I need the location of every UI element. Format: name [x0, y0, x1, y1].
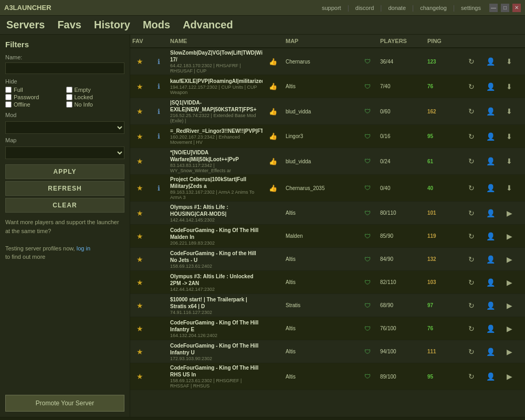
- profile-icon[interactable]: 👤: [486, 301, 495, 310]
- action-cell[interactable]: ▶: [500, 346, 519, 357]
- thumbsup-icon[interactable]: 👍: [269, 108, 277, 116]
- profile-icon[interactable]: 👤: [486, 57, 495, 66]
- name-cell[interactable]: SlowZomb|DayZ|VG|Tow|Lift|TWD|Wiped 17/ …: [168, 48, 262, 75]
- action-cell[interactable]: ▶: [500, 231, 519, 242]
- star-icon[interactable]: ★: [136, 324, 143, 333]
- info-cell[interactable]: ℹ: [149, 131, 168, 141]
- th-players[interactable]: PLAYERS: [378, 37, 425, 45]
- action-icon[interactable]: ▶: [507, 301, 512, 310]
- thumbsup-icon[interactable]: 👍: [269, 82, 277, 90]
- info-cell[interactable]: [149, 235, 168, 237]
- info-cell[interactable]: [149, 258, 168, 260]
- checkbox-noinfo[interactable]: No Info: [66, 101, 125, 108]
- star-icon[interactable]: ★: [136, 57, 143, 66]
- nav-mods[interactable]: Mods: [143, 19, 170, 31]
- profile-cell[interactable]: 👤: [481, 56, 500, 67]
- profile-cell[interactable]: 👤: [481, 81, 500, 92]
- thumbs-cell[interactable]: [262, 304, 284, 307]
- profile-icon[interactable]: 👤: [486, 132, 495, 141]
- thumbsup-icon[interactable]: 👍: [269, 184, 277, 192]
- action-cell[interactable]: ⬇: [500, 56, 519, 67]
- close-button[interactable]: ✕: [512, 4, 521, 12]
- profile-cell[interactable]: 👤: [481, 131, 500, 142]
- profile-icon[interactable]: 👤: [486, 107, 495, 116]
- info-cell[interactable]: ℹ: [149, 107, 168, 117]
- name-cell[interactable]: $10000 start! | The Trailerpark | Strati…: [168, 295, 262, 316]
- action-cell[interactable]: ▶: [500, 277, 519, 288]
- th-map[interactable]: MAP: [284, 37, 357, 45]
- profile-icon[interactable]: 👤: [486, 184, 495, 192]
- action-icon[interactable]: ⬇: [506, 157, 512, 165]
- name-cell[interactable]: =_RedRiver_=Lingor3!!NEW!!|PVP|FT|100Kst…: [168, 127, 262, 146]
- nav-servers[interactable]: Servers: [6, 19, 45, 31]
- star-cell[interactable]: ★: [130, 371, 149, 382]
- profile-cell[interactable]: 👤: [481, 106, 500, 117]
- star-icon[interactable]: ★: [136, 301, 143, 310]
- action-icon[interactable]: ⬇: [506, 57, 512, 66]
- refresh-cell[interactable]: ↻: [462, 156, 481, 166]
- promo-link[interactable]: log in: [77, 245, 90, 251]
- refresh-icon[interactable]: ↻: [468, 57, 475, 66]
- action-icon[interactable]: ⬇: [506, 82, 512, 91]
- name-cell[interactable]: Olympus #1: Altis Life : HOUSING|CAR-MOD…: [168, 203, 262, 224]
- name-cell[interactable]: CodeFourGaming - King of the Hill No Jet…: [168, 249, 262, 270]
- star-icon[interactable]: ★: [136, 82, 143, 91]
- profile-icon[interactable]: 👤: [486, 209, 495, 217]
- refresh-icon[interactable]: ↻: [468, 184, 475, 192]
- apply-button[interactable]: APPLY: [5, 164, 124, 179]
- info-icon[interactable]: ℹ: [158, 82, 160, 90]
- info-icon[interactable]: ℹ: [158, 58, 160, 66]
- action-cell[interactable]: ▶: [500, 208, 519, 218]
- star-cell[interactable]: ★: [130, 346, 149, 357]
- profile-icon[interactable]: 👤: [486, 278, 495, 287]
- maximize-button[interactable]: □: [501, 4, 509, 12]
- profile-cell[interactable]: 👤: [481, 208, 500, 218]
- refresh-icon[interactable]: ↻: [468, 348, 475, 356]
- profile-cell[interactable]: 👤: [481, 254, 500, 265]
- star-cell[interactable]: ★: [130, 56, 149, 67]
- profile-icon[interactable]: 👤: [486, 324, 495, 333]
- action-cell[interactable]: ⬇: [500, 106, 519, 117]
- refresh-icon[interactable]: ↻: [468, 278, 475, 287]
- name-cell[interactable]: CodeFourGaming - King Of The Hill Malden…: [168, 226, 262, 247]
- action-icon[interactable]: ▶: [507, 372, 512, 381]
- star-cell[interactable]: ★: [130, 300, 149, 311]
- checkbox-password[interactable]: Password: [5, 94, 64, 100]
- mod-select[interactable]: [5, 121, 124, 134]
- action-cell[interactable]: ⬇: [500, 156, 519, 166]
- refresh-button[interactable]: REFRESH: [5, 181, 124, 196]
- star-icon[interactable]: ★: [136, 232, 143, 240]
- checkbox-full[interactable]: Full: [5, 87, 64, 93]
- donate-link[interactable]: donate: [388, 5, 406, 11]
- thumbs-cell[interactable]: 👍: [262, 183, 284, 193]
- action-icon[interactable]: ▶: [507, 255, 512, 264]
- name-cell[interactable]: kaufEXILE|PVP|RoamingAI|militarized|live…: [168, 77, 262, 96]
- thumbs-cell[interactable]: [262, 328, 284, 330]
- profile-cell[interactable]: 👤: [481, 300, 500, 311]
- info-cell[interactable]: [149, 212, 168, 214]
- star-cell[interactable]: ★: [130, 208, 149, 218]
- name-input[interactable]: [5, 62, 124, 74]
- thumbs-cell[interactable]: [262, 235, 284, 237]
- promote-button[interactable]: Promote Your Server: [5, 395, 124, 412]
- name-cell[interactable]: CodeFourGaming - King Of The Hill Infant…: [168, 318, 262, 339]
- refresh-cell[interactable]: ↻: [462, 300, 481, 311]
- thumbs-cell[interactable]: [262, 281, 284, 284]
- th-ping[interactable]: PING: [425, 37, 462, 45]
- star-cell[interactable]: ★: [130, 254, 149, 265]
- name-cell[interactable]: *[NO/EU]VIDDA Warfare|Mil|50k|Loot++|PvP…: [168, 148, 262, 174]
- profile-icon[interactable]: 👤: [486, 255, 495, 264]
- refresh-icon[interactable]: ↻: [468, 157, 475, 165]
- name-cell[interactable]: Project Ceberus|100kStart|Full Military|…: [168, 175, 262, 201]
- thumbsup-icon[interactable]: 👍: [269, 132, 277, 140]
- action-icon[interactable]: ▶: [507, 324, 512, 333]
- star-cell[interactable]: ★: [130, 81, 149, 92]
- refresh-icon[interactable]: ↻: [468, 132, 475, 141]
- refresh-icon[interactable]: ↻: [468, 301, 475, 310]
- info-icon[interactable]: ℹ: [158, 184, 160, 192]
- info-cell[interactable]: [149, 304, 168, 307]
- password-checkbox[interactable]: [5, 94, 12, 100]
- refresh-cell[interactable]: ↻: [462, 208, 481, 218]
- action-cell[interactable]: ▶: [500, 371, 519, 382]
- support-link[interactable]: support: [322, 5, 341, 11]
